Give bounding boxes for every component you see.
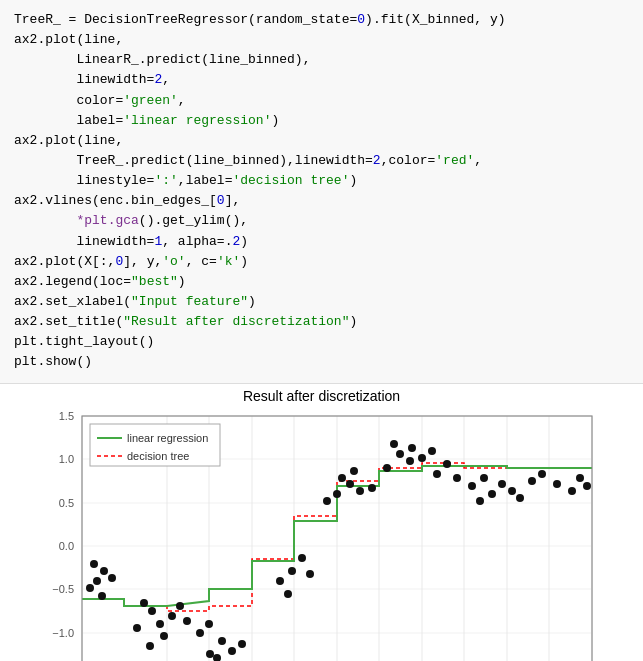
svg-point-45 <box>146 642 154 650</box>
svg-point-33 <box>100 567 108 575</box>
svg-point-68 <box>396 450 404 458</box>
svg-point-48 <box>218 637 226 645</box>
svg-point-89 <box>583 482 591 490</box>
svg-point-66 <box>350 467 358 475</box>
legend-dt-label: decision tree <box>127 450 189 462</box>
code-line-3: LinearR_.predict(line_binned), <box>14 50 629 70</box>
svg-point-36 <box>98 592 106 600</box>
svg-text:1.0: 1.0 <box>58 453 73 465</box>
code-block: TreeR_ = DecisionTreeRegressor(random_st… <box>0 0 643 384</box>
svg-point-61 <box>346 480 354 488</box>
code-line-4: linewidth=2, <box>14 70 629 90</box>
svg-point-47 <box>205 620 213 628</box>
svg-point-85 <box>538 470 546 478</box>
svg-point-70 <box>390 440 398 448</box>
svg-point-69 <box>406 457 414 465</box>
svg-text:0.5: 0.5 <box>58 497 73 509</box>
svg-text:−1.0: −1.0 <box>52 627 74 639</box>
svg-point-75 <box>433 470 441 478</box>
svg-point-38 <box>148 607 156 615</box>
chart-svg: 1.5 1.0 0.5 0.0 −0.5 −1.0 −1.5 −3 −2 −1 … <box>32 406 612 661</box>
svg-point-67 <box>383 464 391 472</box>
svg-point-34 <box>86 584 94 592</box>
svg-point-62 <box>323 497 331 505</box>
svg-point-40 <box>140 599 148 607</box>
svg-point-52 <box>238 640 246 648</box>
svg-point-49 <box>196 629 204 637</box>
svg-point-86 <box>553 480 561 488</box>
svg-point-43 <box>176 602 184 610</box>
svg-point-55 <box>288 567 296 575</box>
svg-point-79 <box>488 490 496 498</box>
code-line-2: ax2.plot(line, <box>14 30 629 50</box>
chart-container: 1.5 1.0 0.5 0.0 −0.5 −1.0 −1.5 −3 −2 −1 … <box>32 406 612 661</box>
code-line-6: label='linear regression') <box>14 111 629 131</box>
svg-point-77 <box>468 482 476 490</box>
code-line-7: ax2.plot(line, <box>14 131 629 151</box>
code-line-14: ax2.legend(loc="best") <box>14 272 629 292</box>
svg-text:1.5: 1.5 <box>58 410 73 422</box>
svg-point-56 <box>298 554 306 562</box>
code-line-9: linestyle=':',label='decision tree') <box>14 171 629 191</box>
svg-point-50 <box>228 647 236 655</box>
svg-point-64 <box>338 474 346 482</box>
code-line-5: color='green', <box>14 91 629 111</box>
svg-point-65 <box>368 484 376 492</box>
svg-point-76 <box>453 474 461 482</box>
svg-point-72 <box>408 444 416 452</box>
svg-point-57 <box>276 577 284 585</box>
legend-lr-label: linear regression <box>127 432 208 444</box>
code-line-13: ax2.plot(X[:,0], y,'o', c='k') <box>14 252 629 272</box>
code-line-12: linewidth=1, alpha=.2) <box>14 232 629 252</box>
svg-point-63 <box>356 487 364 495</box>
code-line-10: ax2.vlines(enc.bin_edges_[0], <box>14 191 629 211</box>
svg-point-46 <box>183 617 191 625</box>
chart-section: Result after discretization <box>0 384 643 661</box>
svg-point-60 <box>333 490 341 498</box>
code-line-8: TreeR_.predict(line_binned),linewidth=2,… <box>14 151 629 171</box>
svg-point-88 <box>576 474 584 482</box>
svg-point-82 <box>508 487 516 495</box>
svg-point-71 <box>418 454 426 462</box>
svg-point-78 <box>480 474 488 482</box>
svg-point-37 <box>90 560 98 568</box>
svg-point-32 <box>93 577 101 585</box>
svg-point-83 <box>516 494 524 502</box>
svg-point-87 <box>568 487 576 495</box>
svg-point-59 <box>284 590 292 598</box>
svg-point-54 <box>206 650 214 658</box>
code-line-11: *plt.gca().get_ylim(), <box>14 211 629 231</box>
code-line-18: plt.show() <box>14 352 629 372</box>
code-line-16: ax2.set_title("Result after discretizati… <box>14 312 629 332</box>
svg-point-44 <box>160 632 168 640</box>
svg-point-39 <box>156 620 164 628</box>
code-line-15: ax2.set_xlabel("Input feature") <box>14 292 629 312</box>
svg-point-84 <box>528 477 536 485</box>
svg-text:0.0: 0.0 <box>58 540 73 552</box>
svg-point-73 <box>428 447 436 455</box>
code-line-1: TreeR_ = DecisionTreeRegressor(random_st… <box>14 10 629 30</box>
code-line-17: plt.tight_layout() <box>14 332 629 352</box>
svg-point-81 <box>498 480 506 488</box>
svg-point-41 <box>168 612 176 620</box>
svg-point-58 <box>306 570 314 578</box>
svg-point-42 <box>133 624 141 632</box>
svg-point-35 <box>108 574 116 582</box>
svg-text:−0.5: −0.5 <box>52 583 74 595</box>
svg-point-80 <box>476 497 484 505</box>
chart-title: Result after discretization <box>243 388 400 404</box>
svg-point-74 <box>443 460 451 468</box>
